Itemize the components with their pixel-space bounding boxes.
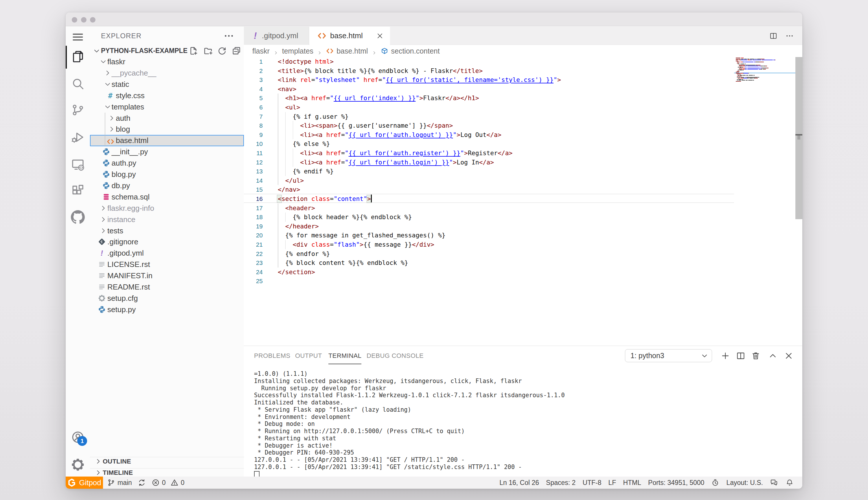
tree-item-auth[interactable]: auth xyxy=(90,113,244,124)
code-line-13[interactable]: 13 {% endif %} xyxy=(244,167,734,176)
code-line-23[interactable]: 23 {% block content %}{% endblock %} xyxy=(244,258,734,268)
timeout-watch-icon[interactable] xyxy=(711,479,719,487)
code-line-18[interactable]: 18 {% block header %}{% endblock %} xyxy=(244,213,734,222)
tree-item-static[interactable]: static xyxy=(90,79,244,90)
feedback-icon[interactable] xyxy=(770,478,778,487)
tree-item-setup-py[interactable]: setup.py xyxy=(90,304,244,315)
notifications-bell-icon[interactable] xyxy=(786,479,794,487)
tree-item-readme-rst[interactable]: README.rst xyxy=(90,281,244,293)
tree-item-blog-py[interactable]: blog.py xyxy=(90,169,244,180)
keyboard-layout-status[interactable]: Layout: U.S. xyxy=(726,479,763,487)
sync-status-item[interactable] xyxy=(138,479,146,487)
search-icon[interactable] xyxy=(71,77,85,91)
breadcrumb-flaskr[interactable]: flaskr xyxy=(252,47,270,55)
tree-item-license-rst[interactable]: LICENSE.rst xyxy=(90,259,244,270)
project-section-header[interactable]: PYTHON-FLASK-EXAMPLE xyxy=(90,45,244,56)
run-debug-icon[interactable] xyxy=(71,130,85,144)
tab-base-html[interactable]: base.html xyxy=(309,27,390,45)
maximize-panel-icon[interactable] xyxy=(768,351,777,361)
breadcrumb-section-content[interactable]: section.content xyxy=(380,47,440,55)
window-titlebar[interactable] xyxy=(66,12,802,26)
tree-item-flaskr[interactable]: flaskr xyxy=(90,56,244,67)
cursor-position-status[interactable]: Ln 16, Col 26 xyxy=(500,479,539,487)
code-line-1[interactable]: 1<!doctype html> xyxy=(244,57,734,66)
code-line-9[interactable]: 9 <li><a href="{{ url_for('auth.logout')… xyxy=(244,130,734,139)
tree-item-manifest-in[interactable]: MANIFEST.in xyxy=(90,270,244,281)
extensions-icon[interactable] xyxy=(71,184,85,198)
settings-gear-icon[interactable] xyxy=(71,458,85,471)
code-line-7[interactable]: 7 {% if g.user %} xyxy=(244,112,734,121)
language-status[interactable]: HTML xyxy=(623,479,641,487)
tree-item-flaskr-egg-info[interactable]: flaskr.egg-info xyxy=(90,203,244,214)
code-line-6[interactable]: 6 <ul> xyxy=(244,103,734,112)
code-line-14[interactable]: 14 </ul> xyxy=(244,176,734,185)
tree-item--init-py[interactable]: __init__.py xyxy=(90,146,244,158)
tab-problems[interactable]: PROBLEMS xyxy=(254,346,290,366)
terminal-shell-select[interactable]: 1: python3 xyxy=(625,349,712,362)
outline-section[interactable]: OUTLINE xyxy=(90,457,244,466)
menu-hamburger-icon[interactable] xyxy=(71,30,85,44)
encoding-status[interactable]: UTF-8 xyxy=(583,479,601,487)
close-tab-icon[interactable] xyxy=(376,32,384,40)
code-line-20[interactable]: 20 {% for message in get_flashed_message… xyxy=(244,231,734,240)
sidebar-more-actions-icon[interactable] xyxy=(224,31,234,41)
code-line-16[interactable]: 16<section class="content"> xyxy=(244,194,734,204)
editor-scrollbar[interactable] xyxy=(795,57,802,346)
tree-item-tests[interactable]: tests xyxy=(90,225,244,237)
new-folder-icon[interactable] xyxy=(204,46,213,56)
kill-terminal-icon[interactable] xyxy=(751,351,760,361)
tree-item-schema-sql[interactable]: schema.sql xyxy=(90,191,244,203)
split-terminal-icon[interactable] xyxy=(736,351,745,361)
close-panel-icon[interactable] xyxy=(784,351,793,361)
github-icon[interactable] xyxy=(71,210,85,224)
problems-status-item[interactable]: 0 0 xyxy=(152,479,185,487)
minimap[interactable] xyxy=(734,57,795,346)
source-control-icon[interactable] xyxy=(71,103,85,117)
refresh-icon[interactable] xyxy=(217,46,227,56)
breadcrumb-base-html[interactable]: base.html xyxy=(326,47,368,55)
split-editor-icon[interactable] xyxy=(769,32,777,40)
tab-output[interactable]: OUTPUT xyxy=(295,346,322,366)
timeline-section[interactable]: TIMELINE xyxy=(90,468,244,477)
code-line-21[interactable]: 21 <div class="flash">{{ message }}</div… xyxy=(244,240,734,249)
code-line-4[interactable]: 4<nav> xyxy=(244,84,734,94)
zoom-traffic-light[interactable] xyxy=(90,17,95,23)
code-line-19[interactable]: 19 </header> xyxy=(244,222,734,231)
ports-status[interactable]: Ports: 34951, 5000 xyxy=(648,479,704,487)
code-editor[interactable]: 1<!doctype html>2<title>{% block title %… xyxy=(244,57,802,346)
code-line-24[interactable]: 24</section> xyxy=(244,268,734,277)
tab-terminal[interactable]: TERMINAL xyxy=(328,346,361,366)
code-line-22[interactable]: 22 {% endfor %} xyxy=(244,249,734,259)
code-line-25[interactable]: 25 xyxy=(244,276,734,286)
code-line-12[interactable]: 12 <li><a href="{{ url_for('auth.login')… xyxy=(244,158,734,167)
code-line-8[interactable]: 8 <li><span>{{ g.user['username'] }}</sp… xyxy=(244,121,734,130)
code-line-10[interactable]: 10 {% else %} xyxy=(244,139,734,149)
code-line-17[interactable]: 17 <header> xyxy=(244,204,734,213)
tree-item-setup-cfg[interactable]: setup.cfg xyxy=(90,293,244,304)
code-line-11[interactable]: 11 <li><a href="{{ url_for('auth.registe… xyxy=(244,149,734,158)
tree-item-instance[interactable]: instance xyxy=(90,214,244,225)
tree-item--pycache-[interactable]: __pycache__ xyxy=(90,67,244,79)
code-line-3[interactable]: 3<link rel="stylesheet" href="{{ url_for… xyxy=(244,75,734,84)
tree-item-blog[interactable]: blog xyxy=(90,124,244,135)
code-line-15[interactable]: 15</nav> xyxy=(244,185,734,194)
code-line-5[interactable]: 5 <h1><a href="{{ url_for('index') }}">F… xyxy=(244,93,734,103)
gitpod-status-badge[interactable]: Gitpod xyxy=(66,477,103,489)
indentation-status[interactable]: Spaces: 2 xyxy=(546,479,575,487)
tab-debug-console[interactable]: DEBUG CONSOLE xyxy=(367,346,424,366)
tree-item-style-css[interactable]: #style.css xyxy=(90,90,244,101)
new-terminal-icon[interactable] xyxy=(721,351,730,361)
tree-item-db-py[interactable]: db.py xyxy=(90,180,244,191)
tab-gitpod-yml[interactable]: ! .gitpod.yml xyxy=(244,27,309,45)
minimize-traffic-light[interactable] xyxy=(81,17,86,23)
remote-explorer-icon[interactable] xyxy=(71,158,85,171)
close-traffic-light[interactable] xyxy=(72,17,77,23)
collapse-all-icon[interactable] xyxy=(232,46,241,56)
eol-status[interactable]: LF xyxy=(609,479,616,487)
branch-status-item[interactable]: main xyxy=(107,479,132,487)
new-file-icon[interactable] xyxy=(189,46,198,56)
tree-item--gitignore[interactable]: .gitignore xyxy=(90,236,244,248)
tree-item-base-html[interactable]: base.html xyxy=(90,135,244,146)
tree-item-templates[interactable]: templates xyxy=(90,101,244,113)
files-icon[interactable] xyxy=(71,49,85,64)
